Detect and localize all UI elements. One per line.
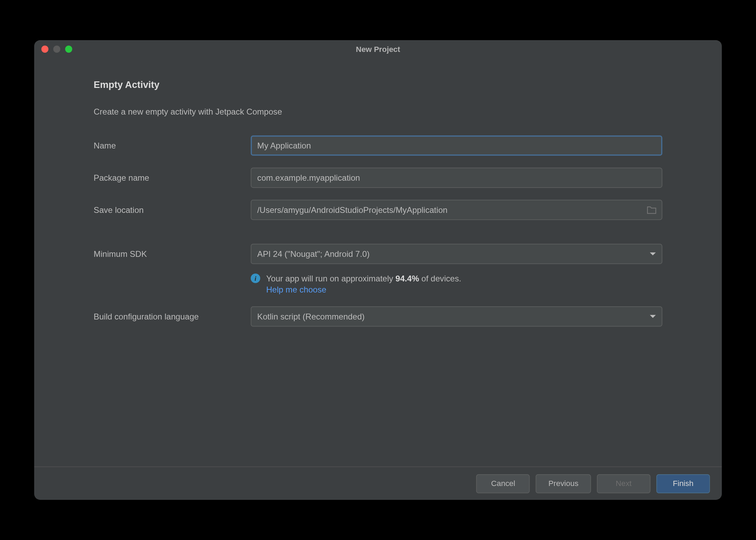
sdk-label: Minimum SDK <box>94 249 243 259</box>
package-label: Package name <box>94 173 243 183</box>
dialog-content: Empty Activity Create a new empty activi… <box>34 58 722 467</box>
chevron-down-icon <box>650 315 656 318</box>
location-input[interactable] <box>251 200 662 220</box>
finish-button[interactable]: Finish <box>656 474 710 493</box>
build-lang-select[interactable]: Kotlin script (Recommended) <box>251 306 662 326</box>
maximize-window-button[interactable] <box>65 46 72 53</box>
browse-folder-icon[interactable] <box>647 206 656 214</box>
build-lang-label: Build configuration language <box>94 312 243 321</box>
dialog-footer: Cancel Previous Next Finish <box>34 467 722 500</box>
sdk-row: Minimum SDK API 24 ("Nougat"; Android 7.… <box>94 244 662 264</box>
new-project-dialog: New Project Empty Activity Create a new … <box>34 40 722 500</box>
cancel-button[interactable]: Cancel <box>477 474 530 493</box>
sdk-selected-value: API 24 ("Nougat"; Android 7.0) <box>257 249 370 259</box>
next-button: Next <box>597 474 651 493</box>
sdk-coverage-text: Your app will run on approximately 94.4%… <box>266 272 461 285</box>
info-icon: i <box>251 273 260 283</box>
location-input-container <box>251 200 662 220</box>
help-me-choose-link[interactable]: Help me choose <box>266 285 461 295</box>
sdk-select[interactable]: API 24 ("Nougat"; Android 7.0) <box>251 244 662 264</box>
sdk-info-area: i Your app will run on approximately 94.… <box>251 272 662 295</box>
build-lang-selected-value: Kotlin script (Recommended) <box>257 312 365 321</box>
package-input[interactable] <box>251 168 662 188</box>
page-title: Empty Activity <box>94 80 662 90</box>
chevron-down-icon <box>650 252 656 255</box>
name-label: Name <box>94 141 243 151</box>
page-description: Create a new empty activity with Jetpack… <box>94 107 662 117</box>
traffic-lights <box>41 46 72 53</box>
sdk-coverage-percent: 94.4% <box>396 273 419 283</box>
sdk-coverage-suffix: of devices. <box>419 273 461 283</box>
package-row: Package name <box>94 168 662 188</box>
sdk-coverage-prefix: Your app will run on approximately <box>266 273 396 283</box>
name-row: Name <box>94 135 662 155</box>
location-label: Save location <box>94 205 243 215</box>
name-input[interactable] <box>251 135 662 155</box>
build-lang-row: Build configuration language Kotlin scri… <box>94 306 662 326</box>
titlebar: New Project <box>34 40 722 58</box>
location-row: Save location <box>94 200 662 220</box>
minimize-window-button <box>53 46 61 53</box>
close-window-button[interactable] <box>41 46 48 53</box>
sdk-info-text-container: Your app will run on approximately 94.4%… <box>266 272 461 295</box>
window-title: New Project <box>356 45 400 54</box>
previous-button[interactable]: Previous <box>536 474 591 493</box>
